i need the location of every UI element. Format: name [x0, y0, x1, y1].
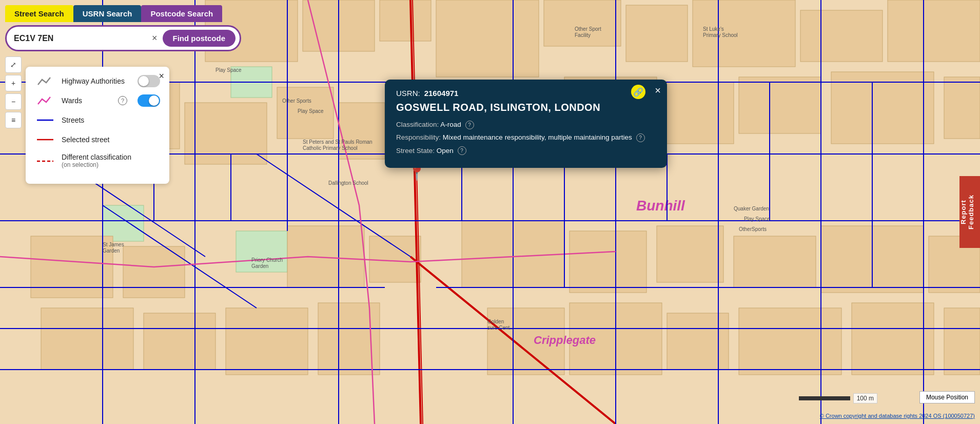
svg-text:Play Space: Play Space	[215, 67, 242, 73]
scale-bar: 100 m	[799, 393, 877, 403]
diff-class-text: Different classification (on selection)	[62, 153, 131, 168]
layers-button[interactable]: ≡	[5, 112, 22, 128]
svg-rect-30	[657, 226, 723, 282]
svg-text:Other Sport: Other Sport	[575, 26, 601, 32]
clear-button[interactable]: ×	[150, 33, 160, 44]
popup-usrn-value: 21604971	[424, 89, 459, 98]
wards-toggle-thumb	[149, 95, 159, 106]
wards-toggle[interactable]	[138, 94, 160, 107]
svg-rect-43	[944, 308, 980, 375]
svg-text:Primary School: Primary School	[703, 32, 738, 38]
svg-text:sure Cent...: sure Cent...	[487, 325, 514, 331]
svg-rect-5	[544, 0, 621, 46]
selected-street-label: Selected street	[62, 136, 160, 144]
popup-resp-value: Mixed maintenance responsibility, multip…	[443, 133, 632, 141]
svg-text:Priory Church: Priory Church	[251, 257, 283, 263]
popup-resp-label: Responsibility:	[396, 133, 441, 141]
svg-rect-21	[739, 77, 821, 133]
popup-state-value: Open	[437, 147, 454, 155]
popup-state-help-icon[interactable]: ?	[458, 146, 466, 155]
find-postcode-button[interactable]: Find postcode	[163, 30, 236, 47]
highway-icon	[35, 75, 55, 87]
popup-state-label: Street State:	[396, 147, 435, 155]
diff-class-icon	[35, 155, 55, 167]
svg-rect-42	[852, 303, 934, 375]
postcode-input[interactable]	[14, 34, 147, 43]
tab-street-search[interactable]: Street Search	[5, 5, 73, 22]
popup-class-label: Classification:	[396, 121, 439, 128]
svg-text:St Peters and St Pauls Roman: St Peters and St Pauls Roman	[303, 139, 373, 145]
svg-text:St James: St James	[103, 242, 124, 247]
svg-text:Other Sports: Other Sports	[282, 98, 311, 104]
wards-help-icon[interactable]: ?	[118, 96, 127, 105]
svg-rect-24	[31, 236, 113, 298]
legend-selected-street-item: Selected street	[35, 133, 160, 146]
svg-rect-23	[944, 77, 980, 139]
svg-rect-6	[626, 5, 688, 62]
popup-classification: Classification: A-road ?	[396, 120, 656, 130]
report-feedback-button[interactable]: Report Feedback	[959, 176, 980, 248]
svg-text:Play Space: Play Space	[298, 108, 324, 114]
svg-text:OtherSports: OtherSports	[739, 226, 767, 232]
svg-rect-41	[739, 308, 841, 375]
svg-text:St Luke's: St Luke's	[703, 26, 724, 32]
svg-text:Cripplegate: Cripplegate	[534, 334, 596, 346]
wards-toggle-track	[138, 94, 160, 107]
popup-class-help-icon[interactable]: ?	[465, 121, 474, 129]
svg-text:Garden: Garden	[103, 248, 120, 254]
svg-text:Play Space: Play Space	[744, 216, 770, 222]
wards-icon	[35, 94, 55, 107]
popup-street-name: GOSWELL ROAD, ISLINGTON, LONDON	[396, 102, 656, 113]
highway-toggle[interactable]	[138, 75, 160, 87]
svg-text:Dallington School: Dallington School	[328, 180, 368, 186]
popup-class-value: A-road	[440, 121, 461, 128]
map-controls: ⤢ + − ≡	[5, 56, 22, 128]
popup-close-button[interactable]: ×	[655, 85, 661, 97]
zoom-out-button[interactable]: −	[5, 93, 22, 110]
diff-class-label: Different classification	[62, 153, 131, 161]
svg-text:Bunhill: Bunhill	[636, 198, 685, 214]
svg-text:Golden: Golden	[487, 319, 504, 324]
feedback-wrapper: Report Feedback	[959, 176, 980, 248]
svg-text:Quaker Garden: Quaker Garden	[734, 206, 769, 211]
map-background[interactable]: Bunhill Cripplegate St Luke's Primary Sc…	[0, 0, 980, 424]
svg-rect-40	[667, 313, 729, 370]
svg-rect-36	[226, 308, 308, 375]
svg-text:Garden: Garden	[251, 263, 268, 269]
popup-link-button[interactable]: 🔗	[631, 85, 645, 99]
expand-button[interactable]: ⤢	[5, 56, 22, 73]
highway-authorities-label: Highway Authorities	[62, 77, 131, 85]
svg-text:Catholic Primary School: Catholic Primary School	[303, 145, 358, 151]
popup-street-state: Street State: Open ?	[396, 146, 656, 156]
highway-toggle-thumb	[139, 76, 149, 86]
diff-class-sub-label: (on selection)	[62, 161, 131, 168]
svg-text:Facility: Facility	[575, 32, 591, 38]
popup-responsibility: Responsibility: Mixed maintenance respon…	[396, 132, 656, 143]
popup-resp-help-icon[interactable]: ?	[636, 133, 645, 142]
svg-rect-34	[41, 308, 133, 370]
tab-postcode-search[interactable]: Postcode Search	[141, 5, 222, 22]
mouse-position-button[interactable]: Mouse Position	[919, 391, 975, 403]
svg-rect-14	[185, 103, 267, 164]
zoom-in-button[interactable]: +	[5, 75, 22, 91]
scale-label: 100 m	[853, 393, 877, 403]
link-icon: 🔗	[631, 85, 645, 99]
legend-diff-class-item: Different classification (on selection)	[35, 153, 160, 168]
postcode-search-form: × Find postcode	[5, 25, 241, 51]
wards-label: Wards	[62, 97, 110, 105]
svg-rect-8	[800, 10, 883, 62]
popup-usrn-label: USRN:	[396, 89, 420, 98]
svg-rect-35	[144, 313, 215, 370]
highway-toggle-track	[138, 75, 160, 87]
svg-rect-3	[380, 0, 431, 41]
selected-street-icon	[35, 133, 55, 146]
svg-rect-29	[570, 231, 646, 293]
legend-wards-item: Wards ?	[35, 94, 160, 107]
tab-usrn-search[interactable]: USRN Search	[73, 5, 142, 22]
search-bar: Street Search USRN Search Postcode Searc…	[5, 5, 241, 51]
legend-panel: × Highway Authorities Wards ?	[26, 67, 169, 184]
info-popup: USRN: 21604971 GOSWELL ROAD, ISLINGTON, …	[385, 80, 667, 168]
svg-rect-4	[436, 0, 539, 77]
scale-line	[799, 396, 850, 400]
svg-rect-9	[888, 0, 980, 62]
